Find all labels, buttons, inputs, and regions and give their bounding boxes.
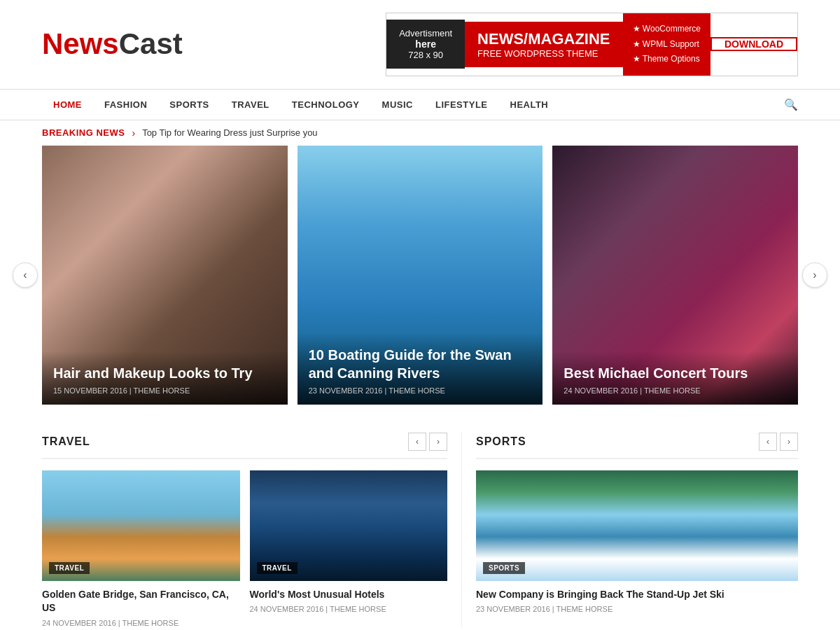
travel-next-button[interactable]: › [429,433,447,451]
card-image-wrap: TRAVEL [42,470,240,581]
card-meta: 24 NOVEMBER 2016 | THEME HORSE [42,619,240,627]
card-title: World's Most Unusual Hotels [250,588,448,602]
card-title: Golden Gate Bridge, San Francisco, CA, U… [42,588,240,615]
travel-section-title: TRAVEL [42,435,90,448]
card-image-wrap: TRAVEL [250,470,448,581]
ad-features: ★ WooCommerce ★ WPML Support ★ Theme Opt… [623,13,710,76]
nav-music[interactable]: MUSIC [371,90,424,120]
card-meta: 24 NOVEMBER 2016 | THEME HORSE [250,605,448,613]
site-logo[interactable]: NewsCast [42,27,183,61]
travel-cards: TRAVEL Golden Gate Bridge, San Francisco… [42,470,447,627]
sports-section-header: SPORTS ‹ › [476,433,798,459]
ad-small-text: FREE WORDPRESS THEME [477,48,610,59]
slide-meta: 23 NOVEMBER 2016 | THEME HORSE [309,386,532,395]
ad-big-text: NEWS/MAGAZINE [477,30,610,48]
search-icon[interactable]: 🔍 [784,98,798,111]
sports-card[interactable]: SPORTS New Company is Bringing Back The … [476,470,798,614]
breaking-label: BREAKING NEWS [42,127,125,138]
main-nav: HOME FASHION SPORTS TRAVEL TECHNOLOGY MU… [0,90,840,120]
travel-prev-button[interactable]: ‹ [408,433,426,451]
slide-title: 10 Boating Guide for the Swan and Cannin… [309,346,532,382]
nav-fashion[interactable]: FASHION [93,90,158,120]
breaking-news-bar: BREAKING NEWS › Top Tip for Wearing Dres… [0,120,840,146]
slider-next-button[interactable]: › [802,262,827,288]
sections-row: TRAVEL ‹ › TRAVEL Golden Gate Bridge, Sa… [0,433,840,627]
ad-banner: Advertisment here 728 x 90 NEWS/MAGAZINE… [386,13,798,76]
travel-card[interactable]: TRAVEL World's Most Unusual Hotels 24 NO… [250,470,448,627]
nav-home[interactable]: HOME [42,90,93,120]
slider-inner: Hair and Makeup Looks to Try 15 NOVEMBER… [42,146,798,405]
card-category-badge: SPORTS [483,562,525,574]
slide-title: Best Michael Concert Tours [564,364,787,382]
sports-next-button[interactable]: › [780,433,798,451]
ad-middle: NEWS/MAGAZINE FREE WORDPRESS THEME [465,22,622,67]
nav-lifestyle[interactable]: LIFESTYLE [424,90,499,120]
travel-section: TRAVEL ‹ › TRAVEL Golden Gate Bridge, Sa… [42,433,462,627]
ad-left: Advertisment here 728 x 90 [386,20,465,69]
slider-prev-button[interactable]: ‹ [13,262,38,288]
slide-overlay: 10 Boating Guide for the Swan and Cannin… [298,333,543,405]
sports-section: SPORTS ‹ › SPORTS New Company is Bringin… [462,433,798,627]
sports-section-title: SPORTS [476,435,526,448]
nav-links: HOME FASHION SPORTS TRAVEL TECHNOLOGY MU… [42,90,559,120]
nav-travel[interactable]: TRAVEL [220,90,281,120]
slide-item[interactable]: Best Michael Concert Tours 24 NOVEMBER 2… [552,146,798,405]
card-meta: 23 NOVEMBER 2016 | THEME HORSE [476,605,798,613]
slide-meta: 24 NOVEMBER 2016 | THEME HORSE [564,386,787,395]
slide-overlay: Best Michael Concert Tours 24 NOVEMBER 2… [552,351,798,405]
nav-technology[interactable]: TECHNOLOGY [281,90,371,120]
nav-sports[interactable]: SPORTS [158,90,220,120]
featured-slider: ‹ Hair and Makeup Looks to Try 15 NOVEMB… [0,146,840,405]
travel-section-header: TRAVEL ‹ › [42,433,447,459]
slide-item[interactable]: Hair and Makeup Looks to Try 15 NOVEMBER… [42,146,288,405]
nav-health[interactable]: HEALTH [499,90,560,120]
card-image-wrap: SPORTS [476,470,798,581]
download-button[interactable]: DOWNLOAD [710,37,797,51]
breaking-arrow: › [132,127,135,139]
travel-section-nav: ‹ › [408,433,447,451]
card-category-badge: TRAVEL [49,562,90,574]
card-title: New Company is Bringing Back The Stand-U… [476,588,798,602]
slide-overlay: Hair and Makeup Looks to Try 15 NOVEMBER… [42,351,288,405]
sports-section-nav: ‹ › [759,433,798,451]
slide-title: Hair and Makeup Looks to Try [53,364,276,382]
slide-meta: 15 NOVEMBER 2016 | THEME HORSE [53,386,276,395]
logo-part1: News [42,27,119,60]
sports-prev-button[interactable]: ‹ [759,433,777,451]
travel-card[interactable]: TRAVEL Golden Gate Bridge, San Francisco… [42,470,240,627]
header: NewsCast Advertisment here 728 x 90 NEWS… [0,0,840,90]
slide-item[interactable]: 10 Boating Guide for the Swan and Cannin… [298,146,543,405]
card-category-badge: TRAVEL [257,562,298,574]
logo-part2: Cast [119,27,183,60]
breaking-text: Top Tip for Wearing Dress just Surprise … [142,127,317,138]
